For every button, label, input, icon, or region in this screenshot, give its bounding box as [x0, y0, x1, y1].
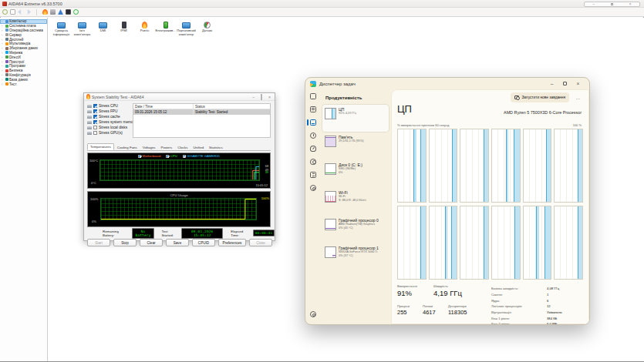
rail-item-settings[interactable]: [305, 307, 320, 320]
uptime-stat: Час роботи0:22:05:34: [397, 323, 424, 325]
card-cpu[interactable]: ЦП91% 4,19 ГГц: [322, 105, 389, 132]
legend-checkbox[interactable]: [166, 155, 169, 158]
column-date-time[interactable]: Date / Time: [133, 104, 194, 109]
menu-item-summary[interactable]: Сумарна інформація: [51, 21, 72, 36]
save-button[interactable]: Save: [166, 239, 189, 246]
minimize-icon[interactable]: –: [252, 95, 255, 99]
forward-icon[interactable]: [25, 9, 31, 15]
maximize-icon[interactable]: [261, 95, 262, 99]
card-wifi[interactable]: Wi-FiWi-FiS: 88,0 R: 48,0 Кбіт/с: [322, 188, 389, 215]
minimize-icon[interactable]: –: [585, 2, 603, 6]
close-icon[interactable]: ×: [572, 78, 585, 89]
checkbox[interactable]: [93, 104, 97, 108]
tab-temperatures[interactable]: Temperatures: [87, 143, 114, 151]
refresh-icon[interactable]: [2, 9, 8, 15]
menu-item-sensor[interactable]: Датчик: [197, 21, 217, 36]
sidebar-item-benchmark[interactable]: ›Тест: [0, 82, 47, 86]
tm-nav-rail: [305, 89, 320, 324]
maximize-icon[interactable]: [603, 2, 622, 6]
temp-value-markers: 684939: [261, 159, 268, 181]
rail-item-performance[interactable]: [305, 116, 320, 129]
rail-item-menu[interactable]: [305, 89, 320, 102]
rail-item-users[interactable]: [305, 155, 320, 168]
menu-item-ipmi[interactable]: IPMI: [113, 21, 134, 36]
stop-button[interactable]: Stop: [113, 239, 137, 246]
battery-icon: [164, 22, 168, 28]
legend-checkbox[interactable]: [138, 155, 141, 158]
tab-voltages[interactable]: Voltages: [140, 145, 158, 151]
tab-statistics[interactable]: Statistics: [207, 145, 225, 151]
tab-unified[interactable]: Unified: [191, 145, 206, 151]
card-subtitle: 0% (45 °C): [339, 226, 379, 230]
card-gpu1[interactable]: Графічний процесор 1NVIDIA GeForce RTX 5…: [322, 243, 389, 270]
test-started-label: Test Started:: [161, 230, 179, 237]
legend-label: Motherboard: [143, 154, 161, 158]
tree-item-label: Комп'ютер: [9, 19, 26, 23]
graph-caption: % використання протягом 60 секунд: [397, 123, 449, 127]
menu-item-label: DMI: [99, 29, 107, 33]
table-row[interactable]: 09.01.2026 15:05:12 Stability Test: Star…: [133, 109, 270, 115]
clear-button[interactable]: Clear: [140, 239, 163, 246]
report-icon[interactable]: [10, 9, 15, 15]
rail-item-history[interactable]: [305, 129, 320, 142]
battery-label: Remaining Battery:: [103, 230, 130, 237]
maximize-icon[interactable]: [558, 78, 572, 89]
rail-item-details[interactable]: [305, 168, 320, 181]
checkbox[interactable]: [93, 120, 97, 124]
core-graph-4: [523, 129, 552, 203]
benchmark-icon[interactable]: [58, 9, 63, 15]
run-new-task-button[interactable]: Запустити нове завдання: [511, 92, 569, 102]
checkbox-label: Stress system memory: [99, 120, 137, 124]
checkbox[interactable]: [93, 109, 97, 113]
stat-value: 4617: [423, 309, 436, 316]
stress-options: Stress CPUStress FPUStress cacheStress s…: [87, 103, 137, 136]
card-memory[interactable]: Пам'ять29,5/31,1 ГБ (95%): [322, 132, 389, 159]
system-icon[interactable]: [50, 9, 56, 15]
tab-powers[interactable]: Powers: [159, 145, 175, 151]
tab-clocks[interactable]: Clocks: [175, 145, 190, 151]
checkbox[interactable]: [93, 115, 97, 119]
usage-band: [413, 129, 416, 202]
sst-window-title: System Stability Test - AIDA64: [92, 95, 143, 99]
expand-icon: ›: [2, 55, 4, 59]
aida64-titlebar: AIDA64 Extreme v6.33.5700: [0, 0, 644, 8]
checkbox[interactable]: [93, 126, 97, 129]
card-gpu0[interactable]: Графічний процесор 0AMD Radeon(TM) Graph…: [322, 216, 389, 243]
spec-label: Кеш 2 рівня:: [491, 322, 547, 325]
rail-item-startup[interactable]: [305, 142, 320, 155]
graph-timestamp: 15:05:12: [255, 183, 268, 187]
close-icon[interactable]: ×: [621, 2, 639, 6]
expand-icon: ›: [2, 51, 4, 55]
settings-icon: [310, 311, 316, 317]
close-icon[interactable]: ×: [268, 95, 271, 99]
menu-item-overclock[interactable]: Розгін: [134, 21, 155, 36]
stability-test-icon[interactable]: [42, 9, 48, 15]
memory-icon[interactable]: [66, 9, 71, 15]
card-disk0[interactable]: Диск 0 (C: E:)SSD (NVMe)0%: [322, 160, 389, 187]
tab-cooling-fans[interactable]: Cooling Fans: [115, 145, 140, 151]
menu-item-dmi[interactable]: DMI: [93, 21, 113, 36]
rail-item-services[interactable]: [305, 181, 320, 194]
core-graph-3: [491, 129, 521, 203]
monitor-icon[interactable]: [73, 9, 79, 15]
legend-checkbox[interactable]: [183, 155, 186, 158]
menu-item-computer-name[interactable]: Ім'я комп'ютера: [72, 21, 93, 36]
more-options-button[interactable]: …: [572, 92, 584, 102]
details-icon: [310, 172, 316, 178]
stability-test-window: System Stability Test - AIDA64 – × Stres…: [83, 92, 275, 241]
menu-item-power[interactable]: Електрожив...: [155, 21, 176, 36]
column-status[interactable]: Status: [194, 104, 270, 109]
cpuid-button[interactable]: CPUID: [192, 239, 215, 246]
back-icon[interactable]: [18, 9, 23, 15]
minimize-icon[interactable]: –: [545, 78, 558, 89]
preferences-button[interactable]: Preferences: [218, 239, 246, 246]
checkbox[interactable]: [93, 131, 97, 135]
computer-icon: [78, 22, 86, 28]
spec-value: 12: [547, 304, 551, 308]
spec-label: Кеш 1 рівня:: [491, 317, 547, 320]
desktop: AIDA64 Extreme v6.33.5700 – × ›Комп'ютер…: [0, 0, 644, 362]
usage-band: [546, 129, 551, 202]
rail-item-processes[interactable]: [305, 102, 320, 116]
storage-icon: [5, 47, 8, 50]
menu-item-portable[interactable]: Портативний комп'ютер: [176, 21, 197, 36]
